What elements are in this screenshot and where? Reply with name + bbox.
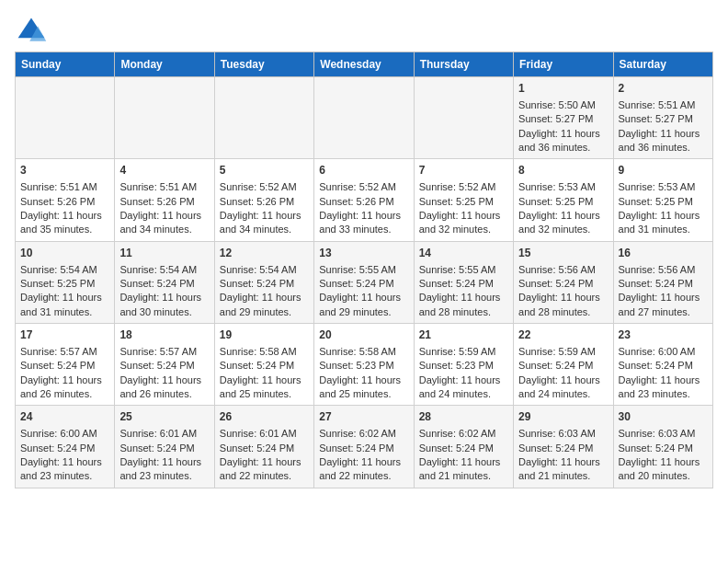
day-info: Sunset: 5:24 PM: [619, 442, 708, 455]
day-info: Sunset: 5:24 PM: [619, 359, 708, 373]
day-info: Sunset: 5:23 PM: [419, 359, 508, 373]
calendar-week-row: 3Sunrise: 5:51 AMSunset: 5:26 PMDaylight…: [16, 159, 713, 241]
day-info: Daylight: 11 hours and 27 minutes.: [619, 291, 708, 319]
day-info: Sunrise: 5:57 AM: [20, 345, 109, 359]
calendar-cell: 26Sunrise: 6:01 AMSunset: 5:24 PMDayligh…: [214, 406, 313, 488]
day-info: Sunset: 5:25 PM: [20, 277, 109, 291]
day-info: Sunset: 5:25 PM: [619, 195, 708, 209]
day-info: Daylight: 11 hours and 23 minutes.: [619, 373, 708, 402]
calendar-cell: [314, 77, 414, 159]
day-number: 7: [419, 163, 508, 178]
day-info: Sunset: 5:24 PM: [119, 442, 209, 455]
day-number: 24: [20, 409, 109, 425]
calendar-week-row: 10Sunrise: 5:54 AMSunset: 5:25 PMDayligh…: [16, 241, 713, 323]
day-info: Daylight: 11 hours and 23 minutes.: [20, 455, 109, 484]
day-info: Sunset: 5:25 PM: [518, 195, 608, 209]
calendar-cell: 15Sunrise: 5:56 AMSunset: 5:24 PMDayligh…: [514, 241, 613, 323]
day-info: Sunset: 5:26 PM: [119, 195, 209, 209]
calendar-cell: 9Sunrise: 5:53 AMSunset: 5:25 PMDaylight…: [613, 159, 712, 241]
page-header: [15, 15, 713, 48]
calendar-cell: 14Sunrise: 5:55 AMSunset: 5:24 PMDayligh…: [414, 241, 513, 323]
calendar-cell: 11Sunrise: 5:54 AMSunset: 5:24 PMDayligh…: [115, 241, 214, 323]
day-info: Sunset: 5:24 PM: [518, 442, 608, 455]
day-number: 4: [119, 163, 209, 178]
day-info: Sunset: 5:27 PM: [518, 112, 608, 126]
calendar-cell: 29Sunrise: 6:03 AMSunset: 5:24 PMDayligh…: [514, 406, 613, 488]
day-number: 29: [518, 409, 608, 425]
calendar-cell: 13Sunrise: 5:55 AMSunset: 5:24 PMDayligh…: [314, 241, 414, 323]
calendar-week-row: 1Sunrise: 5:50 AMSunset: 5:27 PMDaylight…: [16, 77, 713, 159]
calendar-table: Sunday Monday Tuesday Wednesday Thursday…: [15, 52, 713, 488]
day-info: Sunrise: 5:59 AM: [518, 345, 608, 359]
day-info: Sunrise: 6:03 AM: [619, 427, 708, 441]
day-number: 25: [119, 409, 209, 425]
day-info: Sunset: 5:26 PM: [220, 195, 309, 209]
day-info: Sunset: 5:27 PM: [619, 112, 708, 126]
day-info: Sunrise: 5:50 AM: [518, 98, 608, 112]
day-number: 6: [319, 163, 408, 178]
calendar-cell: [214, 77, 313, 159]
col-wednesday: Wednesday: [314, 52, 414, 77]
calendar-cell: 21Sunrise: 5:59 AMSunset: 5:23 PMDayligh…: [414, 324, 513, 406]
calendar-cell: 20Sunrise: 5:58 AMSunset: 5:23 PMDayligh…: [314, 324, 414, 406]
day-info: Sunset: 5:25 PM: [419, 195, 508, 209]
calendar-cell: 4Sunrise: 5:51 AMSunset: 5:26 PMDaylight…: [115, 159, 214, 241]
day-number: 9: [619, 163, 708, 178]
day-number: 28: [419, 409, 508, 425]
calendar-cell: 17Sunrise: 5:57 AMSunset: 5:24 PMDayligh…: [16, 324, 115, 406]
calendar-cell: 1Sunrise: 5:50 AMSunset: 5:27 PMDaylight…: [514, 77, 613, 159]
day-info: Sunrise: 5:52 AM: [319, 180, 408, 194]
day-info: Sunset: 5:24 PM: [220, 442, 309, 455]
day-info: Sunrise: 5:56 AM: [619, 263, 708, 277]
day-info: Sunrise: 5:51 AM: [619, 98, 708, 112]
calendar-week-row: 24Sunrise: 6:00 AMSunset: 5:24 PMDayligh…: [16, 406, 713, 488]
day-number: 5: [220, 163, 309, 178]
calendar-cell: [115, 77, 214, 159]
day-info: Sunrise: 6:00 AM: [20, 427, 109, 441]
day-info: Daylight: 11 hours and 25 minutes.: [319, 373, 408, 402]
calendar-cell: 10Sunrise: 5:54 AMSunset: 5:25 PMDayligh…: [16, 241, 115, 323]
day-info: Daylight: 11 hours and 36 minutes.: [518, 127, 608, 155]
day-info: Sunset: 5:24 PM: [20, 359, 109, 373]
day-info: Sunset: 5:24 PM: [220, 359, 309, 373]
day-info: Daylight: 11 hours and 35 minutes.: [20, 209, 109, 237]
day-info: Daylight: 11 hours and 20 minutes.: [619, 455, 708, 484]
day-info: Sunset: 5:26 PM: [20, 195, 109, 209]
day-number: 20: [319, 327, 408, 343]
calendar-cell: 12Sunrise: 5:54 AMSunset: 5:24 PMDayligh…: [214, 241, 313, 323]
calendar-cell: 5Sunrise: 5:52 AMSunset: 5:26 PMDaylight…: [214, 159, 313, 241]
day-number: 23: [619, 327, 708, 343]
day-info: Sunrise: 5:58 AM: [220, 345, 309, 359]
calendar-cell: 23Sunrise: 6:00 AMSunset: 5:24 PMDayligh…: [613, 324, 712, 406]
col-friday: Friday: [514, 52, 613, 77]
calendar-cell: 22Sunrise: 5:59 AMSunset: 5:24 PMDayligh…: [514, 324, 613, 406]
col-thursday: Thursday: [414, 52, 513, 77]
day-info: Daylight: 11 hours and 31 minutes.: [619, 209, 708, 237]
day-info: Sunrise: 5:51 AM: [119, 180, 209, 194]
calendar-cell: [16, 77, 115, 159]
day-info: Sunrise: 5:52 AM: [419, 180, 508, 194]
day-info: Sunrise: 5:58 AM: [319, 345, 408, 359]
day-info: Sunrise: 5:56 AM: [518, 263, 608, 277]
calendar-cell: 16Sunrise: 5:56 AMSunset: 5:24 PMDayligh…: [613, 241, 712, 323]
day-info: Sunrise: 5:55 AM: [419, 263, 508, 277]
day-number: 8: [518, 163, 608, 178]
day-number: 3: [20, 163, 109, 178]
day-info: Sunset: 5:24 PM: [319, 277, 408, 291]
day-info: Daylight: 11 hours and 31 minutes.: [20, 291, 109, 319]
calendar-cell: 30Sunrise: 6:03 AMSunset: 5:24 PMDayligh…: [613, 406, 712, 488]
col-sunday: Sunday: [16, 52, 115, 77]
day-info: Sunset: 5:24 PM: [20, 442, 109, 455]
calendar-cell: 24Sunrise: 6:00 AMSunset: 5:24 PMDayligh…: [16, 406, 115, 488]
day-info: Daylight: 11 hours and 28 minutes.: [419, 291, 508, 319]
day-info: Sunset: 5:24 PM: [419, 442, 508, 455]
day-info: Sunrise: 6:01 AM: [220, 427, 309, 441]
calendar-cell: 3Sunrise: 5:51 AMSunset: 5:26 PMDaylight…: [16, 159, 115, 241]
day-info: Sunrise: 6:02 AM: [419, 427, 508, 441]
day-info: Daylight: 11 hours and 29 minutes.: [319, 291, 408, 319]
day-number: 21: [419, 327, 508, 343]
day-number: 15: [518, 246, 608, 261]
day-info: Daylight: 11 hours and 26 minutes.: [119, 373, 209, 402]
day-number: 17: [20, 327, 109, 343]
day-number: 11: [119, 246, 209, 261]
